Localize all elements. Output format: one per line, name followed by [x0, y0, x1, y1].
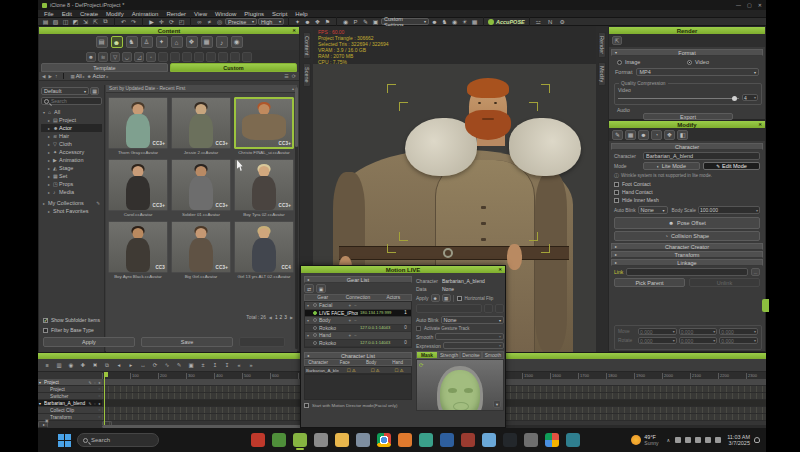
character-column-header[interactable]: Hand — [385, 360, 412, 365]
modify-checkbox[interactable]: Foot Contact — [614, 180, 760, 188]
import-icon[interactable]: ⇲ — [81, 17, 90, 26]
tree-item[interactable]: ▾⌂All — [41, 108, 102, 116]
stage-icon[interactable]: ▦ — [470, 17, 479, 26]
checkbox[interactable] — [614, 190, 619, 195]
dock-tab[interactable]: Render — [598, 32, 606, 58]
delete-key-icon[interactable]: ✖ — [90, 361, 100, 370]
tree-item[interactable]: ▸▤Project — [41, 116, 102, 124]
refresh-gear-icon[interactable]: ⇄ — [304, 284, 314, 293]
taskbar-search[interactable]: Search — [77, 433, 159, 447]
unlink-icon[interactable]: ≠ — [205, 17, 214, 26]
motion-director-checkbox[interactable]: Start with Motion Director mode(Facial o… — [304, 403, 412, 408]
security-shield-icon[interactable] — [675, 437, 681, 443]
body-status-cell[interactable]: ☐ ⚠ — [363, 368, 387, 373]
gear-column-header[interactable]: Actors — [376, 295, 411, 300]
ml-auto-blink-dropdown[interactable]: None▾ — [441, 316, 504, 324]
content-tab[interactable]: Template — [41, 63, 168, 72]
timeline-track[interactable]: ▾Barbarian_A_blend✎ ○ ● — [38, 400, 102, 407]
list-view-icon[interactable]: ☰ — [284, 73, 288, 79]
collapsible-section-header[interactable]: ▸Transform — [611, 251, 763, 258]
breadcrumb-item[interactable]: ▦All▸ — [70, 73, 84, 79]
collection-item[interactable]: ▸My Collections✎ — [41, 199, 102, 207]
menu-item[interactable]: Render — [162, 11, 190, 17]
select-tool-icon[interactable]: ▶ — [147, 17, 156, 26]
save-button[interactable]: Save — [141, 337, 233, 347]
breadcrumb-item[interactable]: ☻Actor▸ — [87, 73, 109, 79]
content-thumbnail[interactable]: CC3+ Carol.ccAvatar — [108, 159, 168, 218]
format-dropdown[interactable]: MP4▾ — [636, 68, 759, 76]
scale-tool-icon[interactable]: ◰ — [177, 17, 186, 26]
gear-column-header[interactable]: Connection — [340, 295, 375, 300]
timeline-track[interactable]: Collect Clip○ — [38, 407, 102, 414]
sub-gloves-icon[interactable]: ◦ — [146, 52, 156, 62]
new-project-icon[interactable]: ▤ — [41, 17, 50, 26]
edit-clip-icon[interactable]: ✎ — [174, 361, 184, 370]
start-button[interactable] — [58, 434, 71, 447]
modify-checkbox[interactable]: Hide Inner Mesh — [614, 196, 760, 204]
category-project[interactable]: ▤ — [96, 36, 108, 48]
track-list-icon[interactable]: ≡ — [42, 361, 52, 370]
character-list-row[interactable]: Barbarian_A_blend ☐ ⚠ ☐ ⚠ ☐ ⚠ — [304, 366, 412, 374]
pick-target-icon[interactable]: ◎ — [215, 17, 224, 26]
video-quality-slider[interactable] — [618, 95, 739, 101]
move-tool-icon[interactable]: ✛ — [157, 17, 166, 26]
zoom-icon[interactable]: ± — [198, 361, 208, 370]
transition-icon[interactable]: ↔ — [138, 361, 148, 370]
slider-handle[interactable] — [732, 96, 737, 101]
pose-offset-button[interactable]: ☻Pose Offset — [614, 217, 760, 229]
radio[interactable] — [617, 60, 622, 65]
edit-mode-button[interactable]: ✎Edit Mode — [703, 162, 760, 170]
modify-tab-edit[interactable]: ✎ — [612, 130, 623, 140]
apply-button[interactable]: Apply — [43, 337, 135, 347]
content-tab[interactable]: Custom — [170, 63, 297, 72]
content-thumbnail[interactable]: CC3+ Thorn Gray.ccAvatar — [108, 97, 168, 156]
checkbox[interactable] — [614, 198, 619, 203]
image-radio[interactable]: Image — [617, 59, 687, 65]
auto-blink-dropdown[interactable]: None▾ — [638, 206, 668, 214]
modify-tab-normal[interactable]: ◧ — [677, 130, 688, 140]
character-section-header[interactable]: Character — [611, 143, 763, 150]
brush-icon[interactable]: ✎ — [361, 17, 370, 26]
timeline-track[interactable]: Switcher○ — [38, 393, 102, 400]
apply-pose-icon[interactable]: ☻ — [431, 294, 440, 302]
dock-tab[interactable]: Scene — [303, 63, 311, 87]
search-input[interactable] — [51, 98, 91, 104]
undo-icon[interactable]: ↶ — [119, 17, 128, 26]
lite-mode-button[interactable]: ◐Lite Mode — [643, 162, 700, 170]
modify-tab-material[interactable]: ▦ — [625, 130, 636, 140]
nav-up-icon[interactable]: ↑ — [55, 73, 58, 79]
sort-bar[interactable]: Sort by Updated Date - Recent First ▴ — [106, 85, 297, 93]
modify-panel-title[interactable]: Modify ✕ — [609, 121, 765, 128]
menu-item[interactable]: Animation — [128, 11, 163, 17]
category-motion[interactable]: ♞ — [126, 36, 138, 48]
collection-dropdown[interactable]: Default▾ — [41, 87, 89, 95]
menu-item[interactable]: Script — [268, 11, 291, 17]
gear-profile-icon[interactable]: ▣ — [316, 284, 326, 293]
taskbar-app-x[interactable] — [566, 433, 580, 447]
gear-row[interactable]: ▾ Body + − — [305, 317, 411, 325]
menu-item[interactable]: Help — [291, 11, 311, 17]
filter-base-checkbox[interactable]: Filter by Base Type — [43, 327, 94, 333]
collapsible-section-header[interactable]: ▸Linkage — [611, 259, 763, 266]
gear-row[interactable]: LIVE FACE_iPhone 180.134.179.999 1 — [305, 310, 411, 318]
curve-editor-icon[interactable]: ∿ — [162, 361, 172, 370]
copy-clip-icon[interactable]: ⧉ — [102, 361, 112, 370]
export-media-icon[interactable]: ⇱ — [612, 36, 622, 45]
gear-add-remove-icons[interactable]: + − — [348, 303, 358, 308]
collection-manage-icon[interactable]: ▦ — [90, 87, 99, 95]
settings-dropdown-icon[interactable]: ⚙ — [558, 17, 567, 26]
microphone-icon[interactable] — [685, 437, 691, 443]
dope-sheet-icon[interactable]: ▥ — [54, 361, 64, 370]
subfolder-checkbox[interactable]: Show Subfolder Items — [43, 317, 100, 323]
page-number[interactable]: 3 — [284, 315, 287, 320]
category-wardrobe[interactable]: ♙ — [141, 36, 153, 48]
modify-tab-spring[interactable]: ❖ — [664, 130, 675, 140]
go-end-icon[interactable]: » — [246, 361, 256, 370]
video-quality-value[interactable]: 4▾ — [742, 94, 758, 101]
content-thumbnail[interactable]: CC3 Boy Ayro Black.ccAvatar — [108, 221, 168, 280]
camera-icon[interactable]: ◉ — [450, 17, 459, 26]
edit-motion-layer-icon[interactable]: ✦ — [293, 17, 302, 26]
tree-item[interactable]: ▸▽Cloth — [41, 140, 102, 148]
taskbar-app-orange[interactable] — [398, 433, 412, 447]
character-column-header[interactable]: Face — [332, 360, 359, 365]
